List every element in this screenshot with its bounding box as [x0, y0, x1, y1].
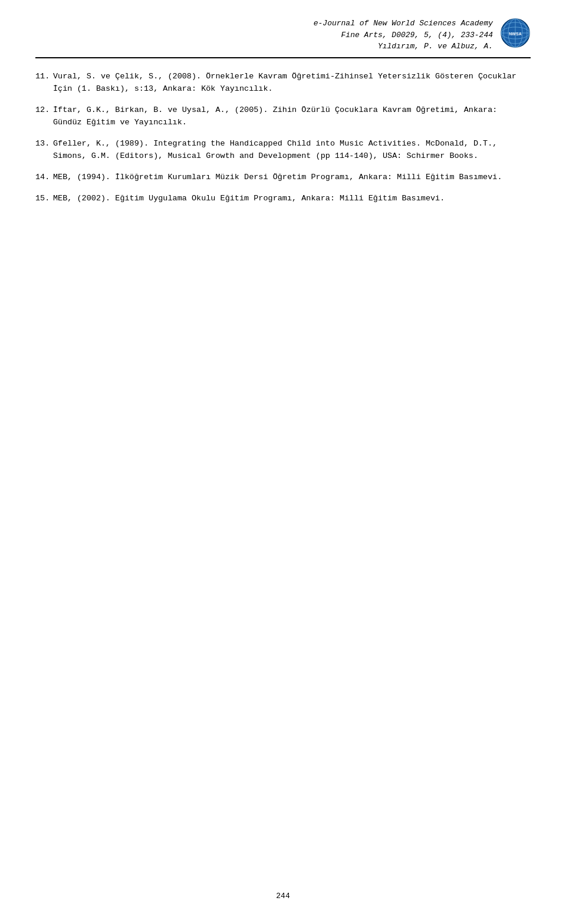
reference-item-13: 13. Gfeller, K., (1989). Integrating the…	[35, 137, 531, 163]
journal-line3: Yıldırım, P. ve Albuz, A.	[35, 41, 493, 52]
ref-text-15: MEB, (2002). Eğitim Uygulama Okulu Eğiti…	[53, 192, 531, 205]
ref-text-14: MEB, (1994). İlköğretim Kurumları Müzik …	[53, 171, 531, 184]
ref-number-14: 14.	[35, 171, 53, 184]
page-container: e-Journal of New World Sciences Academy …	[0, 0, 566, 924]
references-section: 11. Vural, S. ve Çelik, S., (2008). Örne…	[35, 70, 531, 205]
journal-line2: Fine Arts, D0029, 5, (4), 233-244	[35, 29, 493, 41]
page-header: e-Journal of New World Sciences Academy …	[35, 18, 531, 58]
page-number: 244	[276, 892, 289, 900]
svg-text:NWSA: NWSA	[509, 32, 521, 36]
ref-text-11: Vural, S. ve Çelik, S., (2008). Örnekler…	[53, 70, 531, 95]
journal-info: e-Journal of New World Sciences Academy …	[35, 18, 493, 52]
ref-number-13: 13.	[35, 137, 53, 163]
journal-line1: e-Journal of New World Sciences Academy	[35, 18, 493, 29]
reference-item-14: 14. MEB, (1994). İlköğretim Kurumları Mü…	[35, 171, 531, 184]
ref-number-11: 11.	[35, 70, 53, 95]
reference-item-15: 15. MEB, (2002). Eğitim Uygulama Okulu E…	[35, 192, 531, 205]
ref-text-12: İftar, G.K., Birkan, B. ve Uysal, A., (2…	[53, 104, 531, 129]
ref-text-13: Gfeller, K., (1989). Integrating the Han…	[53, 137, 531, 163]
reference-item-11: 11. Vural, S. ve Çelik, S., (2008). Örne…	[35, 70, 531, 95]
page-footer: 244	[0, 892, 566, 900]
reference-item-12: 12. İftar, G.K., Birkan, B. ve Uysal, A.…	[35, 104, 531, 129]
ref-number-15: 15.	[35, 192, 53, 205]
journal-logo: NWSA	[500, 18, 531, 48]
ref-number-12: 12.	[35, 104, 53, 129]
